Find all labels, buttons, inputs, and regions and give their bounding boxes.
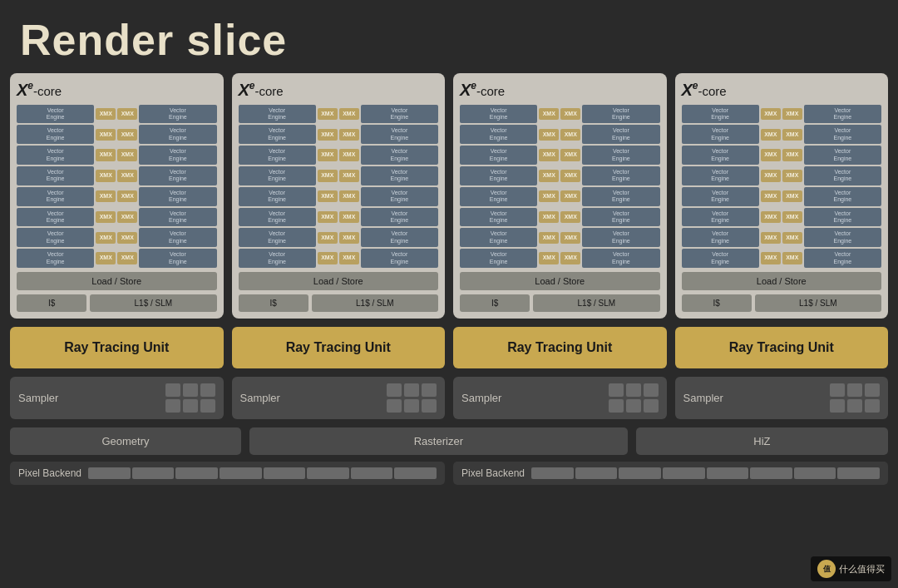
cache-row-1: I$ L1$ / SLM <box>17 294 217 312</box>
vector-row: VectorEngine XMX XMX VectorEngine <box>682 146 882 165</box>
pixel-cell <box>351 467 393 479</box>
xe-core-title-2: Xe -core <box>239 80 439 100</box>
vector-rows-4: VectorEngine XMX XMX VectorEngine Vector… <box>682 105 882 268</box>
xmx-block: XMX <box>782 252 802 264</box>
vector-engine: VectorEngine <box>460 166 537 185</box>
xmx-block: XMX <box>539 108 559 120</box>
vector-rows-3: VectorEngine XMX XMX VectorEngine Vector… <box>460 105 660 268</box>
xmx-block: XMX <box>339 211 359 223</box>
vector-engine: VectorEngine <box>804 125 881 144</box>
xe-core-suffix: -core <box>33 84 62 98</box>
load-store-bar-3: Load / Store <box>460 272 660 290</box>
vector-engine: VectorEngine <box>582 146 659 165</box>
xmx-block: XMX <box>117 129 137 141</box>
vector-engine: VectorEngine <box>239 125 316 144</box>
xmx-block: XMX <box>96 170 116 181</box>
vector-row: VectorEngine XMX XMX VectorEngine <box>17 249 217 268</box>
vector-row: VectorEngine XMX XMX VectorEngine <box>682 249 882 268</box>
vector-engine: VectorEngine <box>361 146 438 165</box>
vector-row: VectorEngine XMX XMX VectorEngine <box>17 187 217 206</box>
vector-engine: VectorEngine <box>682 125 759 144</box>
vector-row: VectorEngine XMX XMX VectorEngine <box>239 187 439 206</box>
sampler-cell <box>183 383 198 397</box>
pixel-cell <box>175 467 218 479</box>
ray-tracing-unit-3: Ray Tracing Unit <box>453 327 667 368</box>
vector-row: VectorEngine XMX XMX VectorEngine <box>460 105 660 124</box>
vector-row: VectorEngine XMX XMX VectorEngine <box>682 228 882 247</box>
ray-tracing-unit-2: Ray Tracing Unit <box>232 327 446 368</box>
xmx-block: XMX <box>117 232 137 244</box>
xmx-block: XMX <box>318 170 338 181</box>
xmx-block: XMX <box>761 211 781 223</box>
vector-engine: VectorEngine <box>17 146 94 165</box>
vector-engine: VectorEngine <box>582 166 659 185</box>
vector-engine: VectorEngine <box>17 249 94 268</box>
xmx-block: XMX <box>560 190 580 202</box>
vector-engine: VectorEngine <box>17 187 94 206</box>
sampler-cell <box>387 399 402 413</box>
xmx-block: XMX <box>96 252 116 264</box>
xe-core-title-1: Xe -core <box>17 80 217 100</box>
l1-cache-4: L1$ / SLM <box>755 294 881 312</box>
pixel-cell <box>575 467 618 479</box>
vector-engine: VectorEngine <box>139 249 216 268</box>
sampler-cell <box>200 383 215 397</box>
vector-row: VectorEngine XMX XMX VectorEngine <box>460 208 660 227</box>
xmx-block: XMX <box>539 252 559 264</box>
xmx-block: XMX <box>96 108 116 120</box>
sampler-cell <box>644 383 659 397</box>
vector-engine: VectorEngine <box>460 249 537 268</box>
xmx-block: XMX <box>339 108 359 120</box>
vector-engine: VectorEngine <box>460 228 537 247</box>
sampler-cell <box>404 383 419 397</box>
xmx-block: XMX <box>318 129 338 141</box>
sampler-label-3: Sampler <box>461 392 602 404</box>
sampler-row: Sampler Sampler Sampler <box>10 377 888 419</box>
xmx-block: XMX <box>117 149 137 161</box>
pixel-grid-1 <box>88 467 437 479</box>
cache-row-3: I$ L1$ / SLM <box>460 294 660 312</box>
xmx-block: XMX <box>782 149 802 161</box>
xmx-block: XMX <box>560 252 580 264</box>
vector-engine: VectorEngine <box>582 208 659 227</box>
xmx-block: XMX <box>782 129 802 141</box>
vector-engine: VectorEngine <box>460 146 537 165</box>
watermark-text: 什么值得买 <box>839 563 885 576</box>
i-cache-4: I$ <box>682 294 752 312</box>
xmx-block: XMX <box>318 190 338 202</box>
l1-cache-3: L1$ / SLM <box>533 294 659 312</box>
vector-row: VectorEngine XMX XMX VectorEngine <box>239 146 439 165</box>
geometry-block: Geometry <box>10 427 241 455</box>
load-store-bar-4: Load / Store <box>682 272 882 290</box>
sampler-cell <box>200 399 215 413</box>
bottom-row-1: Geometry Rasterizer HiZ <box>10 427 888 455</box>
xmx-block: XMX <box>761 108 781 120</box>
sampler-grid-2 <box>387 383 437 413</box>
vector-row: VectorEngine XMX XMX VectorEngine <box>17 105 217 124</box>
sampler-cell <box>183 399 198 413</box>
pixel-cell <box>750 467 792 479</box>
xmx-block: XMX <box>318 108 338 120</box>
vector-engine: VectorEngine <box>17 228 94 247</box>
xmx-block: XMX <box>539 232 559 244</box>
xmx-block: XMX <box>339 190 359 202</box>
xmx-block: XMX <box>318 232 338 244</box>
sampler-label-2: Sampler <box>240 392 381 404</box>
xmx-block: XMX <box>339 149 359 161</box>
vector-engine: VectorEngine <box>239 208 316 227</box>
xmx-block: XMX <box>560 108 580 120</box>
l1-cache-2: L1$ / SLM <box>312 294 438 312</box>
vector-engine: VectorEngine <box>460 105 537 124</box>
vector-engine: VectorEngine <box>361 125 438 144</box>
xmx-block: XMX <box>782 211 802 223</box>
rasterizer-block: Rasterizer <box>249 427 628 455</box>
sampler-cell <box>422 399 437 413</box>
pixel-cell <box>264 467 306 479</box>
vector-row: VectorEngine XMX XMX VectorEngine <box>239 125 439 144</box>
vector-engine: VectorEngine <box>582 249 659 268</box>
xmx-block: XMX <box>560 129 580 141</box>
sampler-cell <box>847 383 862 397</box>
vector-engine: VectorEngine <box>804 228 881 247</box>
xmx-block: XMX <box>318 252 338 264</box>
pixel-cell <box>794 467 836 479</box>
